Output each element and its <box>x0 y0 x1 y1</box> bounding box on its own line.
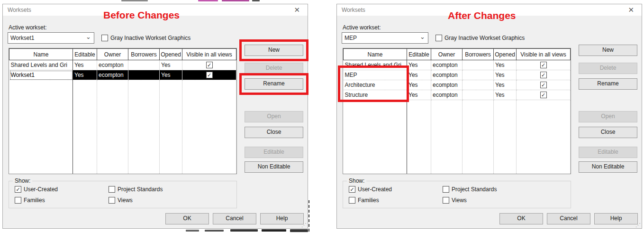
active-workset-value: Workset1 <box>10 35 34 41</box>
workset-name-cell[interactable]: Architecture <box>344 80 407 90</box>
show-project-standards-option[interactable]: Project Standards <box>109 186 163 193</box>
col-header-borrowers[interactable]: Borrowers <box>128 49 160 60</box>
ok-button[interactable]: OK <box>165 213 209 224</box>
col-header-opened[interactable]: Opened <box>494 49 517 60</box>
col-header-owner[interactable]: Owner <box>97 49 128 60</box>
gray-inactive-checkbox[interactable] <box>435 35 442 41</box>
visible-cell: ✓ <box>517 70 571 80</box>
workset-name-cell[interactable]: MEP <box>344 70 407 80</box>
show-user-created-option[interactable]: ✓ User-Created <box>15 186 58 193</box>
project-standards-checkbox[interactable] <box>109 186 115 193</box>
table-row[interactable]: Shared Levels and Gri Yes ecompton Yes ✓ <box>344 60 571 70</box>
user-created-checkbox[interactable]: ✓ <box>349 186 355 193</box>
workset-name-cell[interactable]: Shared Levels and Gri <box>9 60 73 70</box>
col-header-visible[interactable]: Visible in all views <box>517 49 571 60</box>
visible-checkbox[interactable]: ✓ <box>206 72 213 78</box>
visible-checkbox[interactable]: ✓ <box>540 92 547 98</box>
show-families-option[interactable]: Families <box>15 197 45 204</box>
col-header-name[interactable]: Name <box>344 49 407 60</box>
table-row[interactable]: Architecture Yes ecompton Yes ✓ <box>344 80 571 90</box>
show-user-created-option[interactable]: ✓ User-Created <box>349 186 392 193</box>
opened-cell[interactable]: Yes <box>494 90 517 100</box>
project-standards-checkbox[interactable] <box>443 186 449 193</box>
open-button[interactable]: Open <box>245 111 303 122</box>
user-created-checkbox[interactable]: ✓ <box>15 186 21 193</box>
resize-grip-icon[interactable]: ⋰ <box>301 222 307 228</box>
editable-cell[interactable]: Yes <box>407 90 431 100</box>
close-icon[interactable]: ✕ <box>628 6 634 14</box>
editable-cell[interactable]: Yes <box>407 60 431 70</box>
active-workset-dropdown[interactable]: Workset1 ⌄ <box>8 32 94 44</box>
new-button[interactable]: New <box>579 45 637 56</box>
opened-cell[interactable]: Yes <box>494 70 517 80</box>
visible-checkbox[interactable]: ✓ <box>540 62 547 68</box>
editable-cell[interactable]: Yes <box>407 70 431 80</box>
cancel-button[interactable]: Cancel <box>547 213 590 224</box>
show-views-option[interactable]: Views <box>109 197 133 204</box>
table-row[interactable]: Structure Yes ecompton Yes ✓ <box>344 90 571 100</box>
worksets-table: Name Editable Owner Borrowers Opened Vis… <box>343 48 571 174</box>
opened-cell[interactable]: Yes <box>494 60 517 70</box>
show-project-standards-option[interactable]: Project Standards <box>443 186 497 193</box>
gray-inactive-option[interactable]: Gray Inactive Workset Graphics <box>435 35 525 41</box>
editable-cell[interactable]: Yes <box>73 60 97 70</box>
editable-button[interactable]: Editable <box>579 147 637 158</box>
workset-name-cell[interactable]: Shared Levels and Gri <box>344 60 407 70</box>
gray-inactive-checkbox[interactable] <box>101 35 108 41</box>
opened-cell[interactable]: Yes <box>160 70 182 80</box>
open-button[interactable]: Open <box>579 111 637 122</box>
rename-button[interactable]: Rename <box>579 78 637 90</box>
resize-grip-icon[interactable]: ⋰ <box>635 222 641 228</box>
views-checkbox[interactable] <box>109 197 115 204</box>
show-families-option[interactable]: Families <box>349 197 379 204</box>
borrowers-cell <box>128 60 160 70</box>
col-header-owner[interactable]: Owner <box>431 49 463 60</box>
non-editable-button[interactable]: Non Editable <box>245 161 303 173</box>
visible-checkbox[interactable]: ✓ <box>206 62 213 68</box>
visible-checkbox[interactable]: ✓ <box>540 82 547 88</box>
ok-button[interactable]: OK <box>499 213 543 224</box>
views-checkbox[interactable] <box>443 197 449 204</box>
close-button[interactable]: Close <box>579 127 637 138</box>
families-checkbox[interactable] <box>349 197 355 204</box>
col-header-editable[interactable]: Editable <box>407 49 431 60</box>
opened-cell[interactable]: Yes <box>494 80 517 90</box>
workset-name-cell[interactable]: Workset1 <box>9 70 73 80</box>
gray-inactive-option[interactable]: Gray Inactive Workset Graphics <box>101 35 190 41</box>
col-header-borrowers[interactable]: Borrowers <box>463 49 494 60</box>
delete-button[interactable]: Delete <box>245 63 303 74</box>
workset-name-cell[interactable]: Structure <box>344 90 407 100</box>
active-workset-dropdown[interactable]: MEP ⌄ <box>342 32 428 44</box>
worksets-dialog-before: Worksets ✕ Active workset: Workset1 ⌄ Gr… <box>2 4 308 229</box>
show-views-option[interactable]: Views <box>443 197 467 204</box>
table-row[interactable]: MEP Yes ecompton Yes ✓ <box>344 70 571 80</box>
cancel-button[interactable]: Cancel <box>213 213 256 224</box>
new-button[interactable]: New <box>245 45 303 56</box>
before-changes-annotation: Before Changes <box>103 9 180 21</box>
col-header-opened[interactable]: Opened <box>160 49 182 60</box>
table-row[interactable]: Shared Levels and Gri Yes ecompton Yes ✓ <box>9 60 236 70</box>
table-row[interactable]: Workset1 Yes ecompton Yes ✓ <box>9 70 236 80</box>
rename-button[interactable]: Rename <box>245 78 303 90</box>
visible-checkbox[interactable]: ✓ <box>540 72 547 78</box>
help-button[interactable]: Help <box>260 213 304 224</box>
editable-button[interactable]: Editable <box>245 147 303 158</box>
show-group-label: Show: <box>347 177 366 184</box>
after-changes-annotation: After Changes <box>448 10 516 21</box>
editable-cell[interactable]: Yes <box>407 80 431 90</box>
close-button[interactable]: Close <box>245 127 303 138</box>
opened-cell[interactable]: Yes <box>160 60 182 70</box>
show-group: Show: ✓ User-Created Project Standards F… <box>343 181 571 208</box>
col-header-visible[interactable]: Visible in all views <box>182 49 236 60</box>
families-checkbox[interactable] <box>15 197 21 204</box>
editable-cell[interactable]: Yes <box>73 70 97 80</box>
screenshot-artifact <box>262 229 286 232</box>
active-workset-value: MEP <box>345 35 357 41</box>
dialog-title: Worksets <box>8 7 31 13</box>
non-editable-button[interactable]: Non Editable <box>579 161 637 173</box>
close-icon[interactable]: ✕ <box>294 6 300 14</box>
help-button[interactable]: Help <box>594 213 638 224</box>
col-header-editable[interactable]: Editable <box>73 49 97 60</box>
col-header-name[interactable]: Name <box>9 49 73 60</box>
delete-button[interactable]: Delete <box>579 63 637 74</box>
